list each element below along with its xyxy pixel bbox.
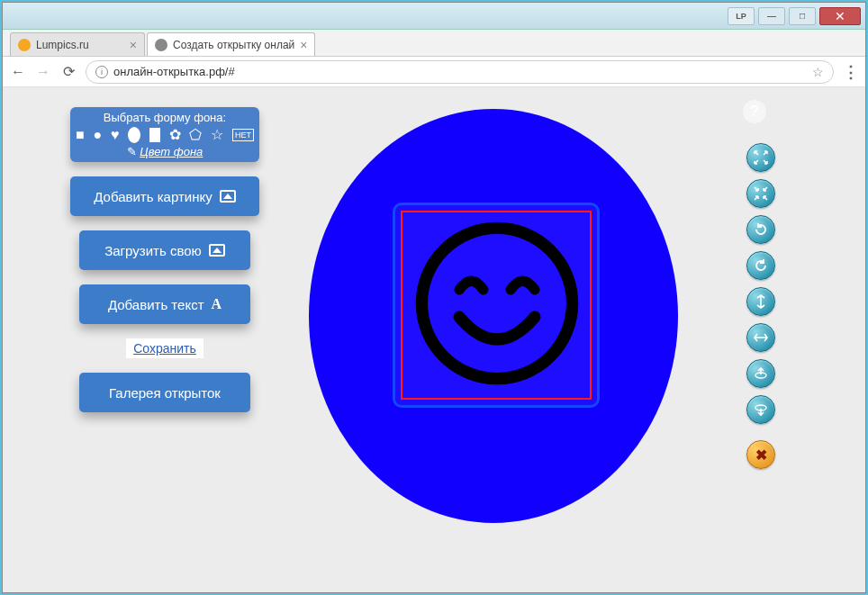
tool-column: ✖ xyxy=(745,143,777,469)
help-button[interactable]: ? xyxy=(743,100,766,123)
tab-close-icon[interactable]: × xyxy=(130,38,137,52)
flip-vertical-button[interactable] xyxy=(746,287,775,316)
address-bar: ← → ⟳ i онлайн-открытка.рф/# ☆ ⋮ xyxy=(3,57,865,87)
shape-heart-icon[interactable]: ♥ xyxy=(111,127,120,143)
bg-color-link[interactable]: Цвет фона xyxy=(140,145,203,158)
selection-box[interactable] xyxy=(393,203,600,408)
tab-close-icon[interactable]: × xyxy=(300,38,307,52)
favicon-icon xyxy=(18,39,31,51)
layer-up-button[interactable] xyxy=(746,359,775,388)
shape-star-icon[interactable]: ☆ xyxy=(211,126,223,143)
maximize-button[interactable]: □ xyxy=(789,7,816,25)
tab-title: Lumpics.ru xyxy=(36,39,89,51)
shape-circle-icon[interactable]: ● xyxy=(93,127,102,143)
browser-window: LP — □ ✕ Lumpics.ru × Создать открытку о… xyxy=(2,2,866,593)
shape-none-button[interactable]: НЕТ xyxy=(232,129,254,141)
browser-tab-1[interactable]: Создать открытку онлай × xyxy=(147,32,315,56)
flip-horizontal-button[interactable] xyxy=(746,323,775,352)
close-button[interactable]: ✕ xyxy=(819,7,861,25)
button-label: Добавить картинку xyxy=(94,189,212,204)
gallery-button[interactable]: Галерея открыток xyxy=(79,373,250,412)
rotate-ccw-icon xyxy=(754,222,768,237)
upload-own-button[interactable]: Загрузить свою xyxy=(79,230,250,270)
shape-pentagon-icon[interactable]: ⬠ xyxy=(189,126,202,143)
url-input[interactable]: i онлайн-открытка.рф/# ☆ xyxy=(86,60,834,84)
bookmark-star-icon[interactable]: ☆ xyxy=(812,65,824,79)
delete-icon: ✖ xyxy=(755,446,767,464)
canvas-area[interactable] xyxy=(300,95,696,545)
browser-tab-0[interactable]: Lumpics.ru × xyxy=(10,32,145,56)
smiley-object[interactable] xyxy=(411,218,583,389)
bg-color-row: ✎ Цвет фона xyxy=(76,145,254,158)
eyedropper-icon[interactable]: ✎ xyxy=(127,145,137,158)
text-icon: A xyxy=(212,296,222,312)
shape-panel: Выбрать форму фона: ■ ● ♥ ✿ ⬠ ☆ НЕТ ✎ Цв… xyxy=(70,107,259,162)
shape-panel-title: Выбрать форму фона: xyxy=(76,111,254,124)
minimize-button[interactable]: — xyxy=(758,7,785,25)
add-image-button[interactable]: Добавить картинку xyxy=(70,176,259,216)
shrink-icon xyxy=(754,186,768,201)
shape-oval-icon[interactable] xyxy=(128,127,140,143)
rotate-ccw-button[interactable] xyxy=(746,215,775,244)
layer-down-button[interactable] xyxy=(746,395,775,424)
button-label: Загрузить свою xyxy=(104,243,202,258)
shrink-button[interactable] xyxy=(746,179,775,208)
expand-icon xyxy=(754,150,768,165)
add-text-button[interactable]: Добавить текст A xyxy=(79,284,250,324)
image-icon xyxy=(209,244,225,257)
delete-button[interactable]: ✖ xyxy=(746,440,775,469)
back-icon[interactable]: ← xyxy=(10,64,26,80)
image-icon xyxy=(220,190,236,203)
favicon-icon xyxy=(155,39,167,51)
tabstrip: Lumpics.ru × Создать открытку онлай × xyxy=(3,30,865,57)
rotate-cw-button[interactable] xyxy=(746,251,775,280)
shape-square-icon[interactable]: ■ xyxy=(76,127,85,143)
rotate-cw-icon xyxy=(754,258,768,273)
shape-row: ■ ● ♥ ✿ ⬠ ☆ НЕТ xyxy=(76,126,254,143)
forward-icon[interactable]: → xyxy=(35,64,51,80)
save-link[interactable]: Сохранить xyxy=(126,338,203,358)
profile-badge[interactable]: LP xyxy=(728,7,755,25)
menu-icon[interactable]: ⋮ xyxy=(843,62,858,82)
url-text: онлайн-открытка.рф/# xyxy=(113,65,235,78)
layer-down-icon xyxy=(754,402,768,417)
site-info-icon[interactable]: i xyxy=(95,66,108,78)
page-content: ? Выбрать форму фона: ■ ● ♥ ✿ ⬠ ☆ НЕТ ✎ xyxy=(3,87,865,592)
shape-rect-icon[interactable] xyxy=(149,128,160,142)
shape-puzzle-icon[interactable]: ✿ xyxy=(169,126,181,143)
expand-button[interactable] xyxy=(746,143,775,172)
button-label: Галерея открыток xyxy=(109,385,221,401)
sidebar: Выбрать форму фона: ■ ● ♥ ✿ ⬠ ☆ НЕТ ✎ Цв… xyxy=(66,107,264,412)
flip-v-icon xyxy=(754,294,768,309)
flip-h-icon xyxy=(754,330,768,345)
tab-title: Создать открытку онлай xyxy=(173,39,294,51)
button-label: Добавить текст xyxy=(108,297,204,312)
titlebar: LP — □ ✕ xyxy=(3,3,865,30)
layer-up-icon xyxy=(754,366,768,381)
svg-point-0 xyxy=(421,228,572,378)
reload-icon[interactable]: ⟳ xyxy=(60,63,77,80)
